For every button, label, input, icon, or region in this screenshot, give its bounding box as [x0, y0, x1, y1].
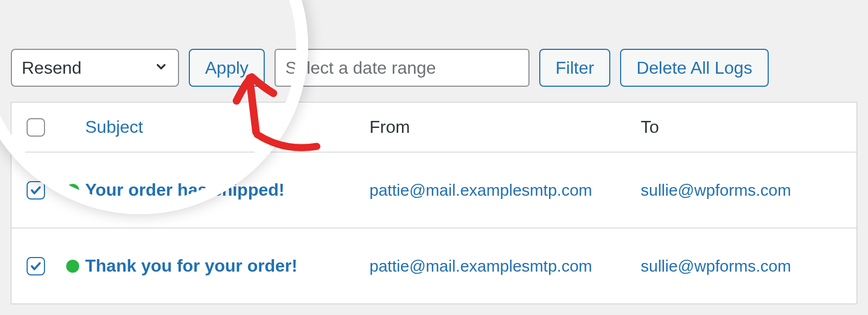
table-header-row: Subject From To [11, 102, 857, 152]
subject-link[interactable]: Thank you for your order! [85, 256, 297, 275]
subject-link[interactable]: Your order has shipped! [85, 180, 284, 200]
table-row: Thank you for your order! pattie@mail.ex… [11, 228, 857, 304]
to-email-link[interactable]: sullie@wpforms.com [641, 181, 791, 199]
filter-button[interactable]: Filter [539, 49, 610, 87]
date-range-input[interactable] [275, 49, 529, 87]
from-email-link[interactable]: pattie@mail.examplesmtp.com [369, 181, 592, 199]
toolbar: Resend Apply Filter Delete All Logs [0, 0, 868, 87]
bulk-action-select-wrap: Resend [11, 49, 179, 87]
delete-all-logs-button[interactable]: Delete All Logs [620, 49, 768, 87]
row-checkbox[interactable] [27, 181, 45, 200]
row-checkbox[interactable] [27, 257, 45, 275]
column-header-subject[interactable]: Subject [85, 117, 143, 137]
to-email-link[interactable]: sullie@wpforms.com [641, 257, 791, 275]
column-header-to: To [641, 117, 659, 137]
email-log-table: Subject From To Your order has shipped! … [11, 102, 857, 304]
from-email-link[interactable]: pattie@mail.examplesmtp.com [369, 257, 592, 275]
table-row: Your order has shipped! pattie@mail.exam… [11, 152, 857, 228]
bulk-action-select[interactable]: Resend [11, 49, 179, 87]
status-dot-icon [66, 184, 79, 197]
select-all-checkbox[interactable] [27, 118, 45, 137]
status-dot-icon [66, 260, 79, 273]
apply-button[interactable]: Apply [189, 49, 265, 87]
column-header-from: From [369, 117, 410, 137]
